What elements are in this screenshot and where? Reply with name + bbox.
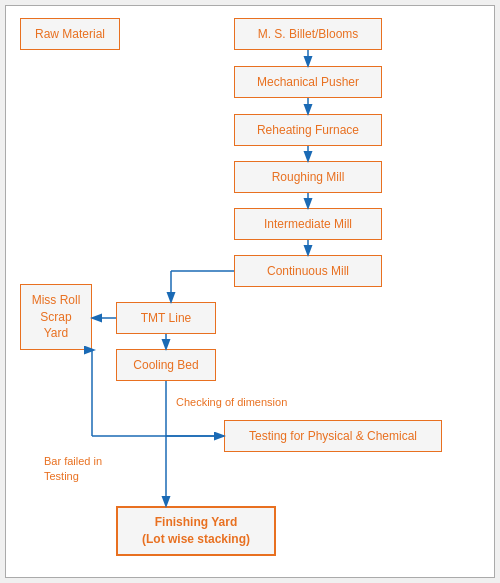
miss-roll-box: Miss Roll Scrap Yard xyxy=(20,284,92,350)
checking-label: Checking of dimension xyxy=(176,396,287,408)
mechanical-pusher-box: Mechanical Pusher xyxy=(234,66,382,98)
intermediate-mill-box: Intermediate Mill xyxy=(234,208,382,240)
finishing-yard-box: Finishing Yard (Lot wise stacking) xyxy=(116,506,276,556)
reheating-furnace-box: Reheating Furnace xyxy=(234,114,382,146)
testing-box: Testing for Physical & Chemical xyxy=(224,420,442,452)
raw-material-box: Raw Material xyxy=(20,18,120,50)
bar-failed-label: Bar failed in Testing xyxy=(44,454,102,485)
tmt-line-box: TMT Line xyxy=(116,302,216,334)
ms-billet-box: M. S. Billet/Blooms xyxy=(234,18,382,50)
diagram-container: Raw Material M. S. Billet/Blooms Mechani… xyxy=(5,5,495,578)
roughing-mill-box: Roughing Mill xyxy=(234,161,382,193)
cooling-bed-box: Cooling Bed xyxy=(116,349,216,381)
continuous-mill-box: Continuous Mill xyxy=(234,255,382,287)
